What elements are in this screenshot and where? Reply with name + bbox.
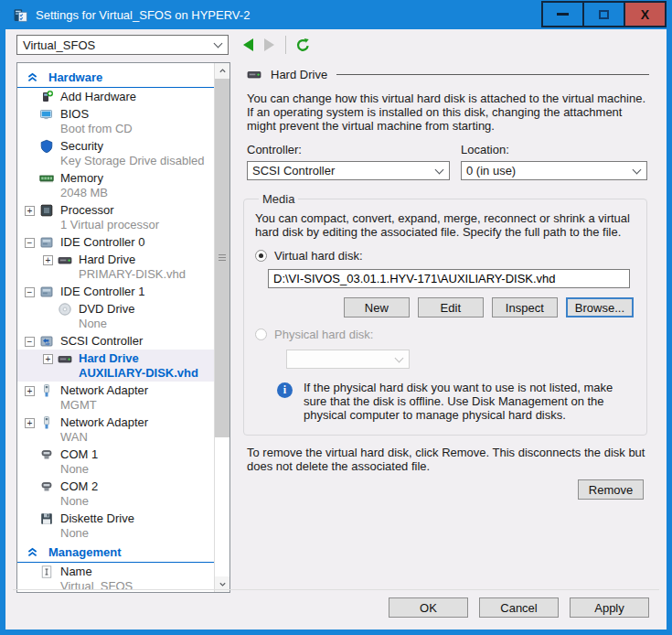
chevron-down-icon	[435, 166, 444, 175]
collapse-icon[interactable]: −	[25, 337, 35, 347]
tree-item-com-1-none[interactable]: COM 1None	[17, 446, 214, 478]
tree-item-sublabel: None	[60, 494, 98, 509]
tree-scrollbar[interactable]	[214, 63, 229, 592]
tree-item-network-adapter-wan[interactable]: +Network AdapterWAN	[17, 414, 214, 446]
tree-item-name-virtual-sfos[interactable]: NameVirtual_SFOS	[17, 563, 214, 592]
physical-disk-select	[286, 350, 410, 369]
hardware-tree-panel: HardwareAdd HardwareBIOSBoot from CDSecu…	[16, 62, 230, 593]
location-label: Location:	[461, 143, 647, 156]
titlebar[interactable]: Settings for Virtual_SFOS on HYPERV-2 X	[0, 0, 672, 29]
collapse-icon[interactable]: −	[25, 287, 35, 297]
close-button[interactable]: X	[624, 1, 667, 27]
name-icon	[39, 565, 54, 579]
expand-icon[interactable]: +	[25, 206, 35, 216]
tree-section-hardware[interactable]: Hardware	[17, 69, 214, 88]
info-text: If the physical hard disk you want to us…	[304, 381, 628, 422]
tree-item-dvd-drive-none[interactable]: DVD DriveNone	[17, 300, 214, 332]
controller-label: Controller:	[247, 143, 461, 156]
tree-item-label: Hard Drive	[79, 253, 186, 267]
media-legend: Media	[259, 192, 298, 206]
expand-icon[interactable]: +	[43, 255, 53, 265]
physical-hard-disk-label: Physical hard disk:	[274, 328, 373, 341]
navigate-back-icon[interactable]	[243, 38, 253, 51]
location-select[interactable]: 0 (in use)	[461, 161, 647, 180]
processor-icon	[39, 203, 54, 218]
tree-item-bios-boot-from-cd[interactable]: BIOSBoot from CD	[17, 105, 214, 137]
tree-item-diskette-drive-none[interactable]: Diskette DriveNone	[17, 510, 214, 542]
tree-item-label: DVD Drive	[79, 302, 134, 317]
tree-item-com-2-none[interactable]: COM 2None	[17, 478, 214, 510]
memory-icon	[39, 171, 54, 186]
tree-item-sublabel: None	[60, 526, 134, 541]
expand-icon[interactable]: +	[25, 386, 35, 396]
dialog-content: Virtual_SFOS HardwareAdd HardwareBIOSBoo…	[5, 29, 667, 630]
dvd-icon	[58, 302, 72, 317]
minimize-button[interactable]	[541, 1, 584, 27]
collapse-section-icon	[27, 71, 38, 83]
tree-item-label: IDE Controller 0	[60, 235, 144, 250]
inspect-button[interactable]: Inspect	[492, 297, 558, 318]
tree-item-label: Name	[60, 565, 133, 579]
browse-button[interactable]: Browse...	[566, 297, 634, 318]
window-title: Settings for Virtual_SFOS on HYPERV-2	[36, 8, 250, 22]
apply-button[interactable]: Apply	[570, 597, 649, 618]
expander-spacer	[25, 142, 35, 152]
tree-item-sublabel: MGMT	[60, 398, 148, 413]
controller-select[interactable]: SCSI Controller	[247, 161, 450, 180]
scrollbar-up-button[interactable]	[215, 63, 229, 79]
expand-icon[interactable]: +	[25, 418, 35, 428]
tree-item-label: COM 2	[60, 479, 98, 494]
footer-separator	[13, 589, 659, 590]
tree-item-network-adapter-mgmt[interactable]: +Network AdapterMGMT	[17, 382, 214, 414]
refresh-icon[interactable]	[295, 38, 311, 53]
scsi-icon	[39, 334, 54, 349]
tree-item-ide-controller-0[interactable]: −IDE Controller 0	[17, 233, 214, 251]
remove-button[interactable]: Remove	[578, 479, 644, 500]
vm-selector-value: Virtual_SFOS	[23, 38, 95, 52]
ide-icon	[39, 285, 54, 299]
tree-item-sublabel: Boot from CD	[60, 122, 133, 136]
tree-item-label: Memory	[60, 171, 108, 186]
tree-section-management[interactable]: Management	[17, 544, 214, 563]
scrollbar-track[interactable]	[215, 79, 229, 576]
location-select-value: 0 (in use)	[466, 164, 516, 178]
toolbar: Virtual_SFOS	[5, 29, 667, 60]
new-button[interactable]: New	[344, 297, 410, 318]
tree-item-processor-1-virtual-processor[interactable]: +Processor1 Virtual processor	[17, 201, 214, 233]
tree-item-hard-drive-auxiliary-disk-vhd[interactable]: +Hard DriveAUXILIARY-DISK.vhd	[17, 350, 214, 382]
tree-item-memory-2048-mb[interactable]: Memory2048 MB	[17, 169, 214, 201]
tree-item-label: Processor	[60, 203, 159, 218]
expand-icon[interactable]: +	[43, 354, 53, 364]
com-icon	[39, 479, 54, 494]
settings-window: Settings for Virtual_SFOS on HYPERV-2 X …	[0, 0, 672, 635]
vm-selector[interactable]: Virtual_SFOS	[16, 35, 229, 55]
physical-hard-disk-radio[interactable]	[255, 328, 267, 340]
add-hardware-icon	[39, 90, 54, 104]
tree-item-sublabel: PRIMARY-DISK.vhd	[79, 267, 186, 282]
tree-item-sublabel: None	[79, 317, 134, 331]
tree-item-sublabel: Key Storage Drive disabled	[60, 154, 205, 168]
security-icon	[39, 139, 54, 154]
navigate-forward-icon	[264, 38, 274, 51]
tree-item-label: Security	[60, 139, 205, 154]
media-intro-text: You can compact, convert, expand, merge,…	[255, 211, 635, 239]
chevron-down-icon	[633, 166, 642, 175]
tree-item-security-key-storage-drive-disabled[interactable]: SecurityKey Storage Drive disabled	[17, 137, 214, 169]
edit-button[interactable]: Edit	[418, 297, 484, 318]
virtual-disk-path-input[interactable]	[268, 269, 630, 288]
tree-item-add-hardware[interactable]: Add Hardware	[17, 88, 214, 105]
collapse-icon[interactable]: −	[25, 238, 35, 248]
virtual-hard-disk-radio[interactable]	[255, 250, 267, 262]
tree-item-hard-drive-primary-disk-vhd[interactable]: +Hard DrivePRIMARY-DISK.vhd	[17, 251, 214, 283]
maximize-button[interactable]	[582, 1, 625, 27]
scrollbar-thumb[interactable]	[215, 79, 229, 437]
tree-item-scsi-controller[interactable]: −SCSI Controller	[17, 332, 214, 350]
ok-button[interactable]: OK	[389, 597, 468, 618]
cancel-button[interactable]: Cancel	[479, 597, 559, 618]
controller-select-value: SCSI Controller	[252, 164, 335, 178]
tree-item-ide-controller-1[interactable]: −IDE Controller 1	[17, 283, 214, 300]
hard-drive-icon	[58, 253, 72, 267]
tree-item-sublabel: 2048 MB	[60, 186, 108, 200]
toolbar-separator	[285, 36, 286, 54]
expander-spacer	[25, 92, 35, 102]
